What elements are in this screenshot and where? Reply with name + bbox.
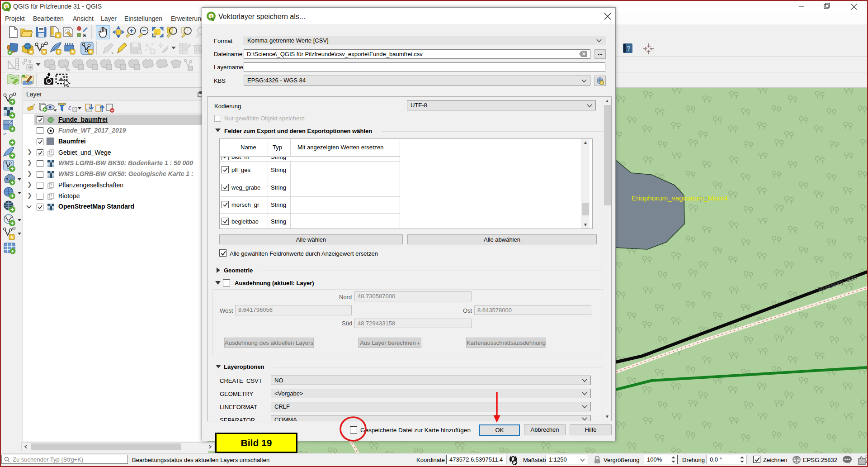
- svg-text:ε: ε: [68, 104, 71, 111]
- svg-text:o: o: [47, 80, 50, 84]
- svg-text:?: ?: [627, 44, 630, 52]
- svg-text:Eriophorum_vaginatum_Moor4: Eriophorum_vaginatum_Moor4: [632, 194, 728, 202]
- svg-text:a: a: [83, 32, 86, 38]
- svg-text:’: ’: [3, 133, 7, 142]
